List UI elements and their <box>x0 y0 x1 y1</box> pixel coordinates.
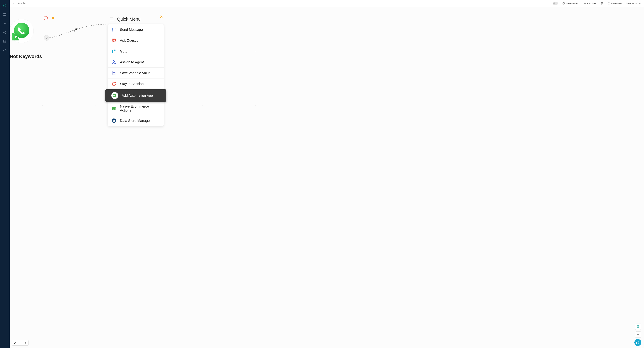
refresh-field-button[interactable]: Refresh Field <box>562 2 579 5</box>
menu-item-save-variable[interactable]: Save Variable Value <box>108 68 164 78</box>
goto-icon <box>111 49 116 54</box>
back-button[interactable] <box>13 2 15 5</box>
svg-text:?: ? <box>114 39 114 41</box>
add-field-label: Add Field <box>587 2 596 5</box>
menu-item-native-ecommerce[interactable]: Native Ecommerce Actions <box>108 102 164 115</box>
menu-item-label: Ask Question <box>120 39 140 43</box>
database-icon[interactable] <box>3 39 7 43</box>
wrench-icon[interactable] <box>73 27 78 32</box>
svg-point-44 <box>115 94 116 96</box>
zoom-in-button[interactable]: + <box>24 341 27 345</box>
grid-dot <box>202 52 202 52</box>
quick-menu-close-icon[interactable] <box>160 15 163 19</box>
svg-rect-19 <box>603 4 603 4</box>
svg-rect-47 <box>114 109 114 110</box>
svg-rect-5 <box>4 15 5 16</box>
svg-line-10 <box>4 32 5 32</box>
menu-item-label: Send Message <box>120 28 143 32</box>
svg-point-12 <box>4 40 6 41</box>
send-message-icon <box>111 27 116 32</box>
svg-rect-31 <box>110 20 114 20</box>
save-workflow-button[interactable]: Save Workflow <box>626 2 641 5</box>
add-field-button[interactable]: Add Field <box>584 2 596 5</box>
data-store-icon <box>111 118 116 123</box>
svg-point-38 <box>112 52 113 53</box>
grid-dot <box>42 52 43 52</box>
close-node-icon[interactable] <box>51 16 55 20</box>
menu-item-add-automation[interactable]: Add Automation App <box>105 89 166 102</box>
support-button[interactable] <box>634 339 641 346</box>
svg-point-8 <box>6 31 6 32</box>
svg-point-43 <box>113 94 115 96</box>
sidebar <box>0 0 10 348</box>
canvas[interactable]: Hot Keywords Quick Menu <box>10 7 644 348</box>
zoom-out-button[interactable]: − <box>18 341 22 345</box>
save-workflow-label: Save Workflow <box>626 2 641 5</box>
menu-item-assign-agent[interactable]: Assign to Agent <box>108 57 164 68</box>
svg-rect-41 <box>113 71 114 72</box>
svg-rect-4 <box>5 13 6 14</box>
menu-item-send-message[interactable]: Send Message <box>108 24 164 35</box>
main: Untitled Refresh Field Add Field Free-St <box>10 0 644 348</box>
svg-point-39 <box>114 50 116 51</box>
logo-icon[interactable] <box>3 4 7 8</box>
menu-item-ask-question[interactable]: ? Ask Question <box>108 35 164 46</box>
svg-rect-6 <box>5 15 6 16</box>
svg-rect-18 <box>602 4 603 4</box>
info-icon[interactable] <box>44 16 48 20</box>
stay-session-icon <box>111 81 116 86</box>
topbar: Untitled Refresh Field Add Field Free-St <box>10 0 644 7</box>
menu-item-label: Data Store Manager <box>120 119 151 123</box>
svg-point-0 <box>4 4 6 7</box>
svg-point-20 <box>14 23 29 38</box>
svg-rect-30 <box>110 19 112 19</box>
quick-menu: Quick Menu Send Message ? <box>108 16 164 126</box>
hot-keywords-label: Hot Keywords <box>10 54 42 59</box>
svg-point-7 <box>4 32 4 33</box>
grid-dot <box>96 52 96 52</box>
qr-button[interactable] <box>601 2 604 5</box>
toggle-switch[interactable] <box>553 2 558 5</box>
grid-dot <box>42 105 43 105</box>
svg-rect-3 <box>4 13 5 14</box>
svg-point-45 <box>113 96 115 97</box>
svg-rect-29 <box>110 18 113 18</box>
add-button[interactable] <box>635 331 641 338</box>
grid-dot <box>96 105 96 105</box>
free-style-label: Free-Style <box>611 2 622 5</box>
dashboard-icon[interactable] <box>3 12 7 17</box>
quick-menu-list: Send Message ? Ask Question Goto <box>108 24 164 126</box>
svg-point-9 <box>6 33 6 34</box>
quick-menu-icon <box>110 17 114 22</box>
quick-menu-title: Quick Menu <box>117 17 141 22</box>
float-right-controls <box>635 323 641 338</box>
menu-item-data-store[interactable]: Data Store Manager <box>108 115 164 126</box>
menu-item-label: Save Variable Value <box>120 71 150 75</box>
menu-item-goto[interactable]: Goto <box>108 46 164 57</box>
save-variable-icon <box>111 70 116 76</box>
code-icon[interactable] <box>3 48 7 52</box>
share-icon[interactable] <box>3 30 7 34</box>
grid-dot <box>202 105 202 105</box>
ask-question-icon: ? <box>111 38 116 43</box>
whatsapp-node[interactable] <box>10 19 34 43</box>
connector-handle[interactable] <box>44 35 50 41</box>
analytics-icon[interactable] <box>3 21 7 26</box>
zoom-edit-button[interactable] <box>13 341 17 345</box>
svg-rect-15 <box>601 3 602 3</box>
svg-point-46 <box>115 96 116 97</box>
svg-rect-16 <box>602 3 603 3</box>
svg-rect-42 <box>113 73 114 75</box>
svg-rect-35 <box>113 29 116 31</box>
page-title: Untitled <box>18 2 26 5</box>
menu-item-label: Stay in Session <box>120 82 144 86</box>
menu-item-label: Assign to Agent <box>120 60 144 64</box>
zoom-to-fit-button[interactable] <box>635 323 641 330</box>
refresh-field-label: Refresh Field <box>566 2 579 5</box>
grid-dot <box>255 105 256 105</box>
add-automation-icon <box>111 92 118 99</box>
svg-rect-57 <box>636 343 637 344</box>
assign-agent-icon <box>111 60 116 65</box>
menu-item-stay-session[interactable]: Stay in Session <box>108 78 164 89</box>
free-style-button[interactable]: Free-Style <box>608 2 622 5</box>
